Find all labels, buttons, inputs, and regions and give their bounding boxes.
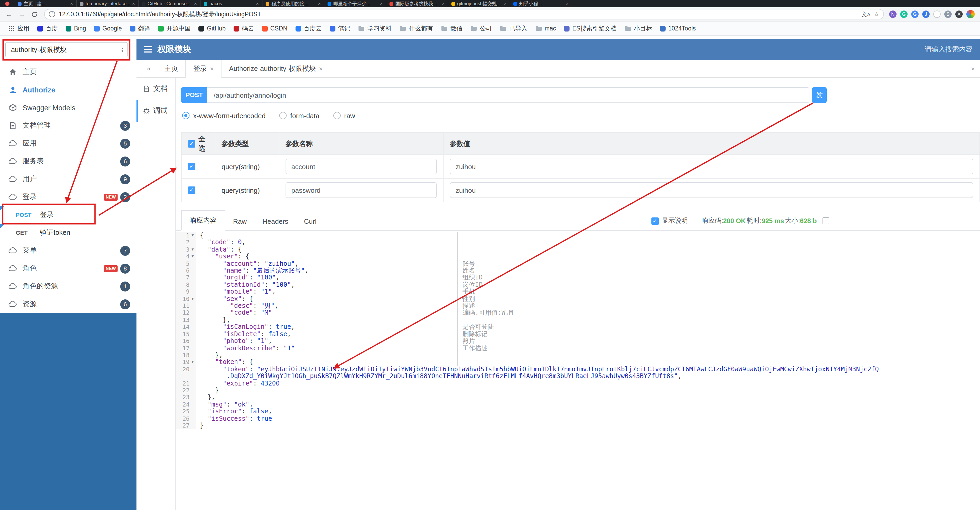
tab-close-icon[interactable]: × — [256, 1, 259, 6]
bookmark-item[interactable]: 什么都有 — [396, 23, 437, 34]
tab-close-icon[interactable]: × — [566, 1, 568, 6]
browser-tab[interactable]: nacos× — [200, 0, 262, 7]
shield-extension-icon[interactable]: S — [944, 11, 951, 18]
tab-close-icon[interactable]: × — [504, 1, 506, 6]
browser-tab[interactable]: gitmoji-push提交规...× — [448, 0, 510, 7]
tab-close-icon[interactable]: × — [210, 61, 214, 77]
tab-close-icon[interactable]: × — [319, 60, 323, 77]
browser-tab[interactable]: 主页 | 建...× — [15, 0, 76, 7]
content-tab[interactable]: 登录× — [185, 60, 221, 78]
param-name-input[interactable] — [286, 159, 437, 174]
window-close-button[interactable] — [5, 2, 10, 6]
site-info-icon[interactable]: i — [49, 11, 55, 18]
param-name-input[interactable] — [286, 182, 437, 198]
sidebar-item[interactable]: 登录NEW2 — [0, 188, 137, 206]
reload-button[interactable] — [31, 11, 38, 18]
sidebar-item[interactable]: 角色的资源1 — [0, 277, 137, 295]
bookmark-item[interactable]: 学习资料 — [354, 23, 395, 34]
sidebar-item[interactable]: 资源6 — [0, 295, 137, 313]
bookmark-item[interactable]: GitHub — [195, 24, 229, 33]
bookmark-item[interactable]: 应用 — [4, 23, 33, 34]
sidebar-item[interactable]: 菜单7 — [0, 242, 137, 260]
request-url-input[interactable] — [207, 87, 810, 103]
bookmark-star-icon[interactable]: ☆ — [874, 11, 879, 18]
response-tab[interactable]: 响应内容 — [181, 210, 225, 231]
browser-tab[interactable]: 国际版参考线找我...× — [386, 0, 448, 7]
row-checkbox[interactable]: ✓ — [188, 163, 195, 170]
param-value-input[interactable] — [450, 182, 973, 198]
content-tab[interactable]: Authorize-authority-权限模块× — [222, 60, 330, 78]
bookmark-item[interactable]: 码云 — [230, 23, 258, 34]
fullscreen-icon[interactable] — [822, 217, 829, 224]
tab-close-icon[interactable]: × — [318, 1, 321, 6]
fold-icon[interactable]: ▼ — [189, 232, 196, 239]
bookmark-item[interactable]: 笔记 — [326, 23, 354, 34]
circle-extension-icon[interactable] — [933, 11, 941, 18]
response-tab[interactable]: Raw — [225, 212, 255, 230]
response-tab[interactable]: Curl — [296, 212, 325, 230]
bookmark-item[interactable]: Google — [90, 24, 126, 33]
sidebar-endpoint-get[interactable]: GET验证token — [0, 224, 137, 242]
sidebar-item[interactable]: 用户9 — [0, 170, 137, 188]
bookmark-item[interactable]: 翻译 — [126, 23, 154, 34]
send-button[interactable]: 发 — [812, 87, 827, 103]
bookmark-item[interactable]: 微信 — [437, 23, 466, 34]
browser-tab[interactable]: 哪里领个子弹少...× — [325, 0, 386, 7]
sidebar-item[interactable]: Authorize — [0, 81, 137, 99]
show-description-checkbox[interactable]: ✓ — [651, 217, 659, 225]
bookmark-item[interactable]: 开源中国 — [154, 23, 194, 34]
content-type-radio[interactable]: x-www-form-urlencoded — [182, 112, 266, 120]
bookmark-item[interactable]: CSDN — [258, 24, 291, 33]
sidebar-item[interactable]: 服务表6 — [0, 152, 137, 170]
collapse-tabs-icon[interactable]: « — [147, 65, 151, 72]
sidebar-endpoint-post[interactable]: POST登录 — [0, 206, 137, 224]
menu-icon[interactable] — [144, 46, 152, 53]
bookmark-item[interactable]: 已导入 — [496, 23, 531, 34]
json-viewer-extension-icon[interactable]: J — [922, 11, 930, 18]
pinned-extension-icon[interactable]: X — [955, 11, 963, 18]
grammarly-extension-icon[interactable]: G — [900, 11, 908, 18]
bookmark-item[interactable]: Bing — [62, 24, 90, 33]
expand-tabs-icon[interactable]: » — [971, 65, 975, 72]
sidebar-item[interactable]: Swagger Models — [0, 99, 137, 116]
browser-tab[interactable]: 程序员使用的接...× — [262, 0, 325, 7]
sidebar-item[interactable]: 角色NEW8 — [0, 260, 137, 277]
tab-close-icon[interactable]: × — [194, 1, 197, 6]
header-search-input[interactable]: 请输入搜索内容 — [925, 45, 973, 54]
translate-icon[interactable]: 文A — [861, 10, 870, 18]
bookmark-item[interactable]: 百度云 — [291, 23, 325, 34]
browser-tab[interactable]: temporary-interface...× — [76, 0, 138, 7]
param-value-input[interactable] — [450, 159, 973, 174]
doc-nav-item[interactable]: 文档 — [137, 78, 175, 100]
tab-close-icon[interactable]: × — [442, 1, 445, 6]
browser-tab[interactable]: 知乎小程...× — [510, 0, 572, 7]
tab-close-icon[interactable]: × — [132, 1, 135, 6]
fold-icon[interactable]: ▼ — [189, 253, 196, 260]
forward-button[interactable]: → — [18, 10, 25, 18]
content-tab[interactable]: 主页 — [157, 60, 185, 78]
tab-close-icon[interactable]: × — [380, 1, 383, 6]
content-type-radio[interactable]: form-data — [279, 112, 320, 120]
browser-tab[interactable]: GitHub - Compose...× — [138, 0, 200, 7]
fold-icon[interactable]: ▼ — [189, 246, 196, 253]
bookmark-item[interactable]: 1024Tools — [656, 24, 700, 33]
google-account-icon[interactable]: G — [911, 11, 919, 18]
address-bar[interactable]: i 127.0.0.1:8760/api/gate/doc.html#/auth… — [44, 9, 884, 19]
tab-close-icon[interactable]: × — [70, 1, 73, 6]
bookmark-item[interactable]: mac — [531, 24, 560, 33]
content-type-radio[interactable]: raw — [333, 112, 355, 120]
doc-nav-item[interactable]: 调试 — [137, 100, 175, 122]
bookmark-item[interactable]: 小目标 — [621, 23, 655, 34]
bookmark-item[interactable]: ES搜索引擎文档 — [560, 23, 620, 34]
bookmark-item[interactable]: 百度 — [33, 23, 61, 34]
fold-icon[interactable]: ▼ — [189, 295, 196, 303]
onenote-extension-icon[interactable]: N — [889, 11, 897, 18]
sidebar-item[interactable]: 主页 — [0, 63, 137, 81]
back-button[interactable]: ← — [6, 10, 13, 18]
url-text[interactable]: 127.0.0.1:8760/api/gate/doc.html#/author… — [59, 10, 858, 18]
module-select[interactable]: authority-权限模块 ▲▼ — [5, 42, 127, 57]
row-checkbox[interactable]: ✓ — [188, 186, 195, 194]
sidebar-item[interactable]: 文档管理3 — [0, 116, 137, 134]
sidebar-item[interactable]: 应用5 — [0, 134, 137, 152]
profile-avatar[interactable] — [966, 10, 975, 18]
